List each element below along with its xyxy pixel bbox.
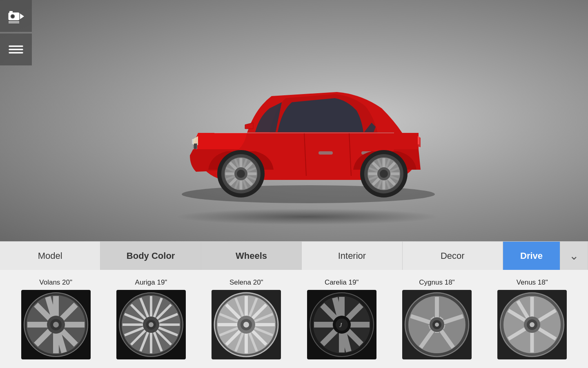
svg-point-107 [435, 323, 439, 327]
wheel-option-auriga[interactable]: Auriga 19" [103, 278, 198, 359]
wheel-option-carelia[interactable]: Carelia 19" J [294, 278, 389, 359]
wheel-option-cygnus[interactable]: Cygnus 18" [389, 278, 484, 359]
wheel-label-cygnus: Cygnus 18" [419, 278, 454, 287]
svg-point-121 [530, 322, 535, 327]
wheel-image-venus [497, 290, 567, 359]
tab-body-color[interactable]: Body Color [100, 242, 201, 270]
wheel-option-venus[interactable]: Venus 18" [485, 278, 580, 359]
wheel-label-selena: Selena 20" [229, 278, 263, 287]
wheel-label-auriga: Auriga 19" [135, 278, 167, 287]
svg-point-41 [380, 170, 388, 178]
svg-point-2 [11, 15, 14, 18]
svg-point-83 [243, 322, 249, 328]
tab-wheels[interactable]: Wheels [201, 242, 302, 270]
svg-rect-13 [318, 151, 333, 155]
wheel-label-venus: Venus 18" [517, 278, 548, 287]
ground-shadow [175, 209, 440, 225]
tab-bar: Model Body Color Wheels Interior Decor D… [0, 241, 588, 270]
wheel-image-carelia: J [307, 290, 376, 359]
car-svg: XF [165, 35, 451, 206]
svg-text:J: J [339, 322, 342, 328]
wheel-option-volans[interactable]: Volans 20" [8, 278, 103, 359]
menu-icon [7, 40, 25, 58]
menu-button[interactable] [0, 34, 32, 65]
wheel-label-volans: Volans 20" [39, 278, 72, 287]
tab-model[interactable]: Model [0, 242, 100, 270]
svg-marker-4 [20, 13, 24, 19]
tab-more[interactable]: ⌄ [560, 242, 588, 270]
camera-button[interactable] [0, 0, 32, 32]
tab-decor[interactable]: Decor [403, 242, 503, 270]
wheel-options-panel: Volans 20" [0, 270, 588, 368]
wheel-label-carelia: Carelia 19" [325, 278, 359, 287]
chevron-down-icon: ⌄ [569, 249, 579, 263]
wheel-image-auriga [116, 290, 186, 359]
car-container: XF [165, 35, 451, 206]
svg-rect-15 [194, 144, 197, 149]
tab-interior[interactable]: Interior [302, 242, 402, 270]
wheel-image-cygnus [402, 290, 472, 359]
wheel-image-selena [212, 290, 281, 359]
svg-point-28 [237, 170, 245, 178]
left-toolbar [0, 0, 32, 65]
wheel-option-selena[interactable]: Selena 20" [199, 278, 294, 359]
svg-rect-3 [9, 11, 13, 13]
tab-drive[interactable]: Drive [503, 242, 560, 270]
wheel-image-volans [21, 290, 91, 359]
camera-icon [7, 7, 25, 25]
svg-point-68 [149, 322, 154, 327]
svg-point-53 [53, 322, 59, 328]
car-display: XF [0, 0, 588, 241]
